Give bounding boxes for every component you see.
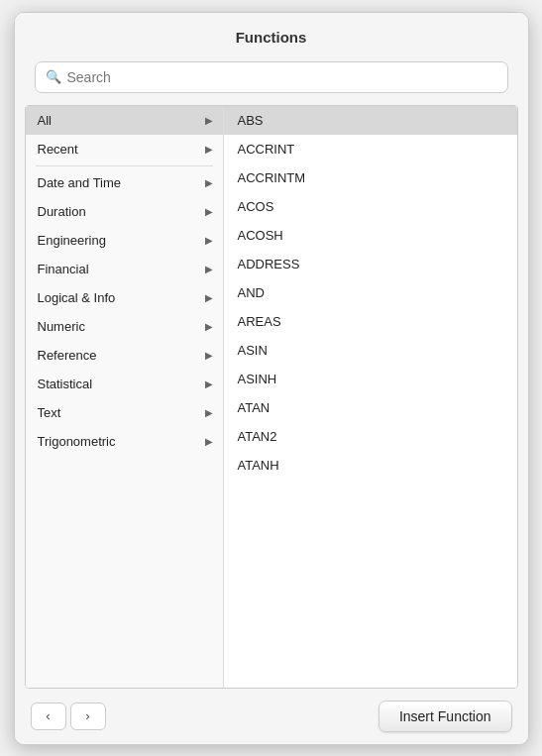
dialog-title: Functions <box>35 29 508 46</box>
category-item-reference[interactable]: Reference▶ <box>26 341 223 370</box>
nav-buttons: ‹ › <box>31 702 106 730</box>
function-item-acosh[interactable]: ACOSH <box>224 221 517 250</box>
footer: ‹ › Insert Function <box>15 689 528 744</box>
function-item-address[interactable]: ADDRESS <box>224 250 517 278</box>
search-box[interactable]: 🔍 <box>35 61 508 93</box>
function-item-asin[interactable]: ASIN <box>224 336 517 365</box>
chevron-right-icon: ▶ <box>205 206 213 217</box>
function-item-accrint[interactable]: ACCRINT <box>224 135 517 163</box>
chevron-right-icon: ▶ <box>205 264 213 274</box>
function-item-accrintm[interactable]: ACCRINTM <box>224 163 517 192</box>
category-label: Statistical <box>38 377 93 391</box>
forward-button[interactable]: › <box>70 702 106 730</box>
chevron-right-icon: ▶ <box>205 378 213 389</box>
category-item-logical[interactable]: Logical & Info▶ <box>26 283 223 312</box>
category-label: Reference <box>38 348 97 363</box>
chevron-right-icon: ▶ <box>205 350 213 361</box>
category-label: Duration <box>38 204 86 219</box>
function-item-atan2[interactable]: ATAN2 <box>224 422 517 451</box>
category-label: Date and Time <box>38 175 122 190</box>
function-item-atan[interactable]: ATAN <box>224 393 517 422</box>
function-item-abs[interactable]: ABS <box>224 106 517 135</box>
function-item-areas[interactable]: AREAS <box>224 307 517 336</box>
functions-dialog: Functions 🔍 All▶Recent▶Date and Time▶Dur… <box>14 12 529 745</box>
category-label: Logical & Info <box>38 290 116 305</box>
category-item-all[interactable]: All▶ <box>26 106 223 135</box>
chevron-right-icon: ▶ <box>205 292 213 303</box>
category-item-recent[interactable]: Recent▶ <box>26 135 223 163</box>
title-bar: Functions <box>15 13 528 57</box>
category-label: Trigonometric <box>38 434 116 449</box>
category-label: All <box>38 113 52 128</box>
insert-function-button[interactable]: Insert Function <box>379 701 512 732</box>
category-label: Numeric <box>38 319 85 334</box>
search-input[interactable] <box>67 69 497 85</box>
category-item-engineering[interactable]: Engineering▶ <box>26 226 223 255</box>
category-item-trig[interactable]: Trigonometric▶ <box>26 427 223 456</box>
back-button[interactable]: ‹ <box>31 702 66 730</box>
search-icon: 🔍 <box>46 69 61 84</box>
chevron-right-icon: ▶ <box>205 235 213 246</box>
category-label: Engineering <box>38 233 106 248</box>
function-item-and[interactable]: AND <box>224 278 517 307</box>
function-item-atanh[interactable]: ATANH <box>224 451 517 480</box>
category-list: All▶Recent▶Date and Time▶Duration▶Engine… <box>26 106 224 688</box>
chevron-right-icon: ▶ <box>205 436 213 447</box>
function-list: ABSACCRINTACCRINTMACOSACOSHADDRESSANDARE… <box>224 106 517 688</box>
chevron-right-icon: ▶ <box>205 177 213 188</box>
chevron-right-icon: ▶ <box>205 115 213 126</box>
category-item-financial[interactable]: Financial▶ <box>26 255 223 283</box>
search-container: 🔍 <box>15 57 528 105</box>
chevron-right-icon: ▶ <box>205 321 213 332</box>
function-item-asinh[interactable]: ASINH <box>224 365 517 393</box>
category-item-statistical[interactable]: Statistical▶ <box>26 370 223 398</box>
category-label: Financial <box>38 262 89 276</box>
chevron-right-icon: ▶ <box>205 144 213 155</box>
content-area: All▶Recent▶Date and Time▶Duration▶Engine… <box>25 105 518 689</box>
category-item-numeric[interactable]: Numeric▶ <box>26 312 223 341</box>
category-item-duration[interactable]: Duration▶ <box>26 197 223 226</box>
function-item-acos[interactable]: ACOS <box>224 192 517 221</box>
category-separator <box>36 165 213 166</box>
category-label: Recent <box>38 142 78 157</box>
category-item-datetime[interactable]: Date and Time▶ <box>26 168 223 197</box>
category-item-text[interactable]: Text▶ <box>26 398 223 427</box>
chevron-right-icon: ▶ <box>205 407 213 418</box>
category-label: Text <box>38 405 61 420</box>
